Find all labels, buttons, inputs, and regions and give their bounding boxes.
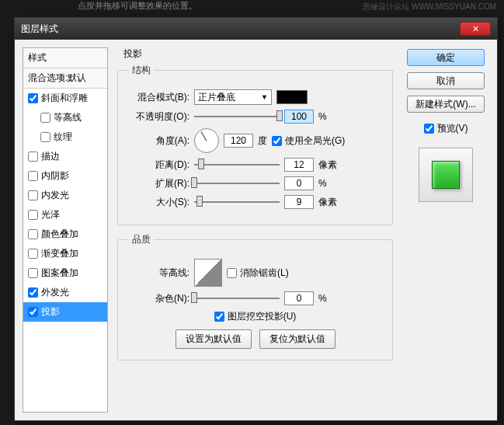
- settings-panel: 投影 结构 混合模式(B): 正片叠底 ▼ 不透明度(O): %: [114, 47, 396, 413]
- noise-input[interactable]: [284, 291, 314, 305]
- style-item-checkbox[interactable]: [28, 210, 38, 220]
- angle-unit: 度: [258, 134, 267, 148]
- knockout-checkbox[interactable]: 图层挖空投影(U): [214, 310, 297, 323]
- titlebar: 图层样式 ✕: [15, 18, 497, 40]
- knockout-check[interactable]: [214, 312, 224, 322]
- opacity-input[interactable]: [284, 110, 314, 124]
- style-item-label: 投影: [41, 305, 60, 319]
- opacity-slider[interactable]: [194, 110, 280, 124]
- style-item-label: 内发光: [41, 189, 69, 202]
- close-button[interactable]: ✕: [460, 22, 491, 36]
- style-item-checkbox[interactable]: [28, 152, 38, 162]
- style-item[interactable]: 斜面和浮雕: [23, 89, 107, 108]
- style-item-label: 图案叠加: [41, 266, 78, 280]
- antialias-checkbox[interactable]: 消除锯齿(L): [227, 266, 289, 280]
- quality-group: 品质 等高线: 消除锯齿(L) 杂色(N): %: [117, 233, 393, 361]
- set-default-button[interactable]: 设置为默认值: [176, 329, 252, 349]
- new-style-button[interactable]: 新建样式(W)...: [407, 96, 485, 113]
- watermark: 思缘设计论坛 WWW.MISSYUAN.COM: [363, 2, 496, 12]
- dialog-title: 图层样式: [21, 23, 460, 36]
- size-unit: 像素: [318, 196, 342, 209]
- style-item-checkbox[interactable]: [28, 287, 38, 298]
- style-item[interactable]: 图案叠加: [23, 263, 107, 283]
- global-light-check[interactable]: [272, 136, 282, 146]
- actions-panel: 确定 取消 新建样式(W)... 预览(V): [402, 47, 489, 413]
- contour-label: 等高线:: [129, 266, 189, 280]
- distance-label: 距离(D):: [129, 159, 189, 172]
- style-item[interactable]: 投影: [23, 302, 107, 322]
- angle-dial[interactable]: [194, 128, 219, 153]
- spread-unit: %: [318, 178, 342, 189]
- distance-unit: 像素: [318, 159, 342, 172]
- style-item-checkbox[interactable]: [28, 249, 38, 259]
- global-light-checkbox[interactable]: 使用全局光(G): [272, 134, 345, 148]
- structure-group: 结构 混合模式(B): 正片叠底 ▼ 不透明度(O): % 角度(: [117, 64, 393, 225]
- style-item[interactable]: 颜色叠加: [23, 225, 107, 244]
- style-item[interactable]: 内发光: [23, 186, 107, 205]
- noise-unit: %: [318, 293, 342, 304]
- style-item[interactable]: 描边: [23, 147, 107, 166]
- style-item-label: 斜面和浮雕: [41, 92, 88, 105]
- blend-options-header[interactable]: 混合选项:默认: [23, 68, 107, 89]
- contour-picker[interactable]: [194, 259, 222, 287]
- chevron-down-icon: ▼: [261, 93, 268, 101]
- preview-swatch: [432, 161, 460, 189]
- style-item[interactable]: 等高线: [23, 108, 107, 127]
- style-item-label: 光泽: [41, 208, 60, 221]
- shadow-color-swatch[interactable]: [276, 90, 308, 104]
- style-item-checkbox[interactable]: [40, 113, 50, 123]
- distance-slider[interactable]: [194, 158, 280, 172]
- blend-mode-select[interactable]: 正片叠底 ▼: [194, 89, 272, 105]
- preview-checkbox[interactable]: 预览(V): [424, 122, 468, 135]
- noise-label: 杂色(N):: [129, 292, 189, 305]
- style-item-checkbox[interactable]: [28, 93, 38, 103]
- style-item-label: 颜色叠加: [41, 228, 78, 241]
- style-item-checkbox[interactable]: [40, 132, 50, 142]
- style-item[interactable]: 纹理: [23, 127, 107, 147]
- knockout-label: 图层挖空投影(U): [228, 310, 297, 323]
- style-item-checkbox[interactable]: [28, 190, 38, 200]
- style-item-checkbox[interactable]: [28, 229, 38, 239]
- global-light-label: 使用全局光(G): [285, 134, 345, 148]
- angle-label: 角度(A):: [129, 134, 189, 148]
- size-input[interactable]: [284, 195, 314, 209]
- style-item[interactable]: 光泽: [23, 205, 107, 225]
- preview-box: [419, 148, 473, 202]
- style-item-label: 内阴影: [41, 169, 69, 183]
- ok-button[interactable]: 确定: [407, 49, 485, 66]
- layer-style-dialog: 图层样式 ✕ 样式 混合选项:默认 斜面和浮雕等高线纹理描边内阴影内发光光泽颜色…: [14, 17, 498, 421]
- style-item[interactable]: 内阴影: [23, 166, 107, 186]
- spread-slider[interactable]: [194, 176, 280, 190]
- antialias-label: 消除锯齿(L): [240, 266, 289, 280]
- style-item[interactable]: 渐变叠加: [23, 244, 107, 263]
- style-item-label: 渐变叠加: [41, 247, 78, 260]
- antialias-check[interactable]: [227, 268, 237, 278]
- spread-label: 扩展(R):: [129, 177, 189, 190]
- preview-check[interactable]: [424, 124, 434, 134]
- styles-header[interactable]: 样式: [23, 48, 107, 68]
- preview-label: 预览(V): [437, 122, 468, 135]
- style-item-label: 纹理: [54, 131, 72, 144]
- quality-legend: 品质: [129, 233, 154, 246]
- panel-title: 投影: [117, 47, 393, 61]
- spread-input[interactable]: [284, 176, 314, 190]
- structure-legend: 结构: [129, 64, 154, 77]
- size-slider[interactable]: [194, 195, 280, 209]
- blend-mode-label: 混合模式(B):: [129, 91, 189, 104]
- noise-slider[interactable]: [194, 291, 280, 305]
- blend-mode-value: 正片叠底: [198, 91, 235, 104]
- cancel-button[interactable]: 取消: [407, 72, 485, 89]
- reset-default-button[interactable]: 复位为默认值: [259, 329, 335, 349]
- bg-hint-text: 点按并拖移可调整效果的位置。: [78, 0, 197, 12]
- style-item-label: 外发光: [41, 286, 69, 299]
- style-item-checkbox[interactable]: [28, 268, 38, 278]
- style-item-checkbox[interactable]: [28, 171, 38, 181]
- opacity-label: 不透明度(O):: [129, 110, 189, 124]
- opacity-unit: %: [318, 111, 342, 122]
- style-item-label: 等高线: [54, 111, 82, 124]
- angle-input[interactable]: [224, 134, 253, 148]
- style-item-checkbox[interactable]: [28, 307, 38, 317]
- styles-panel: 样式 混合选项:默认 斜面和浮雕等高线纹理描边内阴影内发光光泽颜色叠加渐变叠加图…: [23, 47, 108, 413]
- style-item[interactable]: 外发光: [23, 283, 107, 302]
- distance-input[interactable]: [284, 158, 314, 172]
